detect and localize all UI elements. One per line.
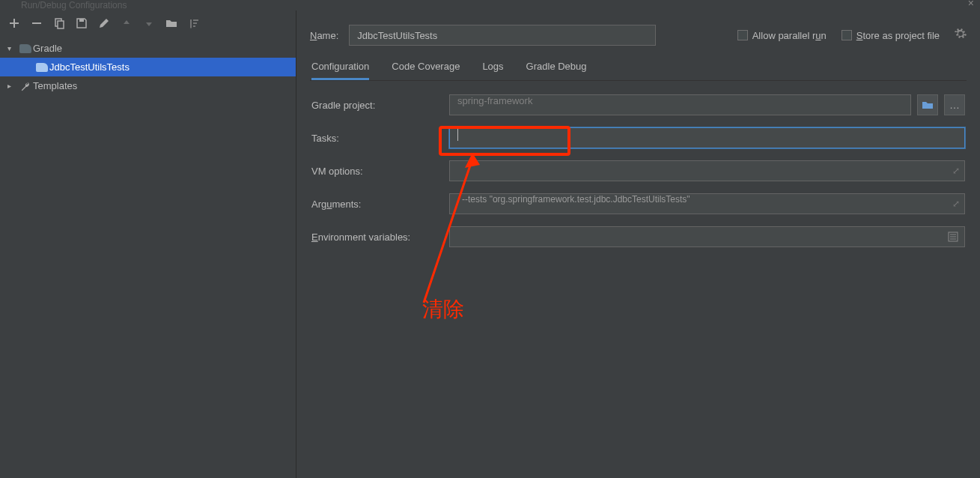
tasks-input[interactable]: [449, 127, 965, 148]
chevron-down-icon: ▾: [7, 44, 18, 52]
annotation-text: 清除: [422, 295, 464, 324]
tree-item-label: JdbcTestUtilsTests: [49, 61, 130, 73]
vm-options-label: VM options:: [311, 166, 449, 177]
remove-button[interactable]: [30, 16, 43, 30]
chevron-right-icon: ▸: [7, 82, 18, 90]
configurations-sidebar: ▾ Gradle JdbcTestUtilsTests ▸ Templates: [0, 10, 296, 478]
tab-configuration[interactable]: Configuration: [311, 54, 369, 80]
checkbox-label: Allow parallel run: [752, 30, 827, 41]
move-up-button[interactable]: [120, 16, 133, 30]
arguments-input[interactable]: --tests "org.springframework.test.jdbc.J…: [449, 193, 965, 214]
folder-button[interactable]: [165, 16, 178, 30]
svg-rect-0: [32, 22, 41, 24]
env-vars-label: Environment variables:: [311, 232, 449, 243]
expand-icon[interactable]: ⤢: [952, 166, 960, 176]
gear-icon[interactable]: [955, 28, 967, 43]
expand-icon[interactable]: ⤢: [952, 199, 960, 209]
configuration-panel: Name: Allow parallel run Store as projec…: [296, 10, 980, 478]
gradle-icon: [18, 44, 33, 53]
close-icon[interactable]: ×: [968, 0, 974, 9]
svg-rect-2: [58, 21, 64, 28]
sidebar-toolbar: [0, 10, 296, 39]
name-label: Name:: [310, 30, 338, 41]
allow-parallel-run-checkbox[interactable]: Allow parallel run: [737, 30, 827, 41]
titlebar: Run/Debug Configurations ×: [0, 0, 980, 10]
edit-button[interactable]: [97, 16, 111, 30]
tasks-label: Tasks:: [311, 133, 449, 144]
browse-project-button[interactable]: [917, 94, 938, 115]
tree-item-jdbctestutilstests[interactable]: JdbcTestUtilsTests: [0, 58, 296, 76]
sort-button[interactable]: [187, 16, 201, 30]
tab-logs[interactable]: Logs: [482, 54, 503, 80]
save-button[interactable]: [75, 16, 88, 30]
gradle-project-label: Gradle project:: [311, 100, 449, 111]
tabs: Configuration Code Coverage Logs Gradle …: [310, 54, 967, 81]
checkbox-box: [737, 30, 748, 40]
vm-options-input[interactable]: ⤢: [449, 160, 965, 181]
copy-button[interactable]: [52, 16, 66, 30]
name-input[interactable]: [349, 25, 656, 46]
more-button[interactable]: …: [944, 94, 965, 115]
arguments-label: Arguments:: [311, 199, 449, 210]
gradle-icon: [34, 63, 49, 72]
window-title: Run/Debug Configurations: [21, 0, 127, 10]
tab-code-coverage[interactable]: Code Coverage: [392, 54, 460, 80]
tree-group-label: Gradle: [33, 43, 62, 54]
tree-group-label: Templates: [33, 80, 77, 91]
wrench-icon: [18, 81, 33, 91]
checkbox-label: Store as project file: [856, 30, 940, 41]
tree-group-gradle[interactable]: ▾ Gradle: [0, 39, 296, 58]
move-down-button[interactable]: [142, 16, 156, 30]
env-vars-input[interactable]: [449, 226, 965, 247]
configurations-tree: ▾ Gradle JdbcTestUtilsTests ▸ Templates: [0, 39, 296, 478]
list-icon[interactable]: [946, 230, 960, 243]
svg-rect-3: [79, 19, 84, 22]
store-as-project-file-checkbox[interactable]: Store as project file: [841, 30, 940, 41]
add-button[interactable]: [7, 16, 21, 30]
tree-group-templates[interactable]: ▸ Templates: [0, 76, 296, 95]
tab-gradle-debug[interactable]: Gradle Debug: [526, 54, 587, 80]
gradle-project-field[interactable]: spring-framework: [449, 94, 911, 115]
checkbox-box: [841, 30, 852, 40]
